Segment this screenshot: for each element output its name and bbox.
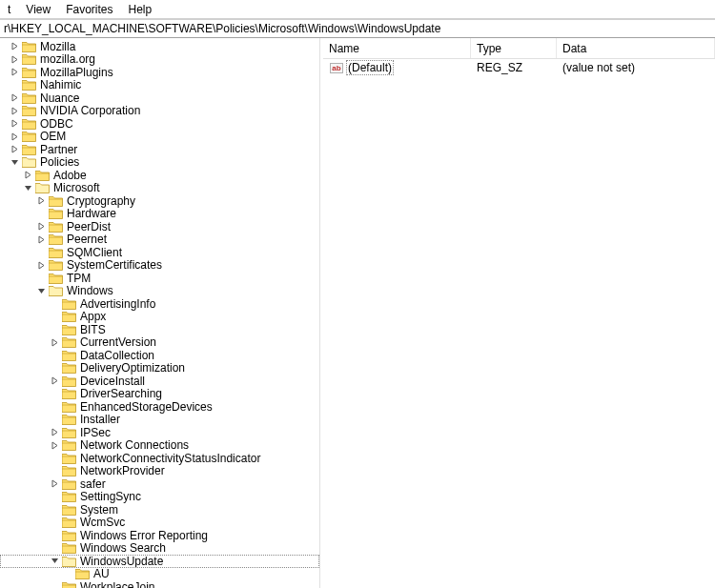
menu-truncated[interactable]: t <box>4 2 14 16</box>
tree-item[interactable]: WcmSvc <box>0 517 319 530</box>
tree-item[interactable]: AdvertisingInfo <box>0 297 319 311</box>
tree-item[interactable]: TPM <box>0 272 319 285</box>
tree-item[interactable]: Hardware <box>0 208 319 221</box>
expand-icon[interactable] <box>8 119 21 128</box>
tree-item[interactable]: Installer <box>0 414 319 427</box>
menu-view[interactable]: View <box>22 2 54 16</box>
tree-item[interactable]: NetworkProvider <box>0 465 319 478</box>
tree-item[interactable]: SystemCertificates <box>0 259 319 273</box>
collapse-icon[interactable] <box>34 287 48 295</box>
tree-item[interactable]: CurrentVersion <box>0 336 319 350</box>
expand-icon[interactable] <box>8 42 21 51</box>
tree-item-label: DataCollection <box>78 349 156 362</box>
expand-icon[interactable] <box>34 196 48 205</box>
expand-icon[interactable] <box>8 93 21 102</box>
tree-item-label: BITS <box>78 323 108 336</box>
tree-item[interactable]: mozilla.org <box>0 53 319 67</box>
tree-item[interactable]: WindowsUpdate <box>0 555 319 568</box>
tree-item[interactable]: OEM <box>0 131 319 144</box>
collapse-icon[interactable] <box>48 557 61 565</box>
tree-item[interactable]: IPSec <box>0 426 319 439</box>
tree-item[interactable]: Microsoft <box>0 182 319 195</box>
tree-item[interactable]: Mozilla <box>0 40 319 53</box>
expand-icon[interactable] <box>48 338 61 347</box>
tree-item[interactable]: PeerDist <box>0 220 319 233</box>
tree-item[interactable]: Network Connections <box>0 439 319 453</box>
tree-item[interactable]: DataCollection <box>0 349 319 362</box>
folder-icon <box>61 529 76 542</box>
folder-icon <box>74 567 90 580</box>
tree-item[interactable]: Adobe <box>0 169 319 182</box>
tree-item[interactable]: Partner <box>0 143 319 156</box>
folder-icon <box>61 555 76 568</box>
tree-item-label: NetworkConnectivityStatusIndicator <box>78 452 262 465</box>
folder-icon <box>61 490 76 503</box>
tree-item[interactable]: DeviceInstall <box>0 375 319 388</box>
tree-item[interactable]: safer <box>0 477 319 491</box>
folder-icon <box>21 143 36 156</box>
tree-item-label: NVIDIA Corporation <box>38 104 142 117</box>
tree-item[interactable]: Windows <box>0 285 319 298</box>
tree-item[interactable]: Nuance <box>0 91 319 105</box>
menu-help[interactable]: Help <box>125 2 156 16</box>
tree-item[interactable]: System <box>0 503 319 517</box>
tree-item-label: WcmSvc <box>78 516 127 529</box>
folder-icon <box>21 155 36 169</box>
tree-item[interactable]: Windows Error Reporting <box>0 529 319 542</box>
tree-item[interactable]: BITS <box>0 323 319 336</box>
tree-item[interactable]: SQMClient <box>0 246 319 259</box>
folder-icon <box>61 503 76 517</box>
tree-item[interactable]: DeliveryOptimization <box>0 362 319 375</box>
expand-icon[interactable] <box>8 107 21 115</box>
expand-icon[interactable] <box>34 235 48 244</box>
registry-tree[interactable]: Mozillamozilla.orgMozillaPluginsNahimicN… <box>0 38 319 588</box>
tree-item[interactable]: DriverSearching <box>0 388 319 401</box>
address-bar <box>0 19 715 38</box>
tree-item[interactable]: WorkplaceJoin <box>0 580 319 588</box>
expand-icon[interactable] <box>21 171 34 179</box>
folder-icon <box>34 169 50 182</box>
expand-icon[interactable] <box>8 55 21 64</box>
value-row[interactable]: ab(Default)REG_SZ(value not set) <box>323 59 715 76</box>
tree-item[interactable]: EnhancedStorageDevices <box>0 400 319 414</box>
expand-icon[interactable] <box>48 428 61 436</box>
folder-icon <box>61 310 76 323</box>
tree-item-label: PeerDist <box>65 220 112 233</box>
col-name[interactable]: Name <box>323 38 471 58</box>
value-type: REG_SZ <box>471 59 557 76</box>
tree-item[interactable]: Cryptography <box>0 194 319 208</box>
values-list[interactable]: Name Type Data ab(Default)REG_SZ(value n… <box>323 38 715 588</box>
tree-item[interactable]: NetworkConnectivityStatusIndicator <box>0 452 319 465</box>
tree-item[interactable]: ODBC <box>0 117 319 131</box>
collapse-icon[interactable] <box>8 158 21 167</box>
menubar: t View Favorites Help <box>0 0 715 19</box>
tree-item[interactable]: Nahimic <box>0 79 319 92</box>
expand-icon[interactable] <box>48 376 61 385</box>
tree-item[interactable]: AU <box>0 568 319 581</box>
tree-item-label: OEM <box>38 130 68 143</box>
col-type[interactable]: Type <box>471 38 557 58</box>
collapse-icon[interactable] <box>21 184 34 193</box>
tree-item[interactable]: Appx <box>0 311 319 324</box>
address-input[interactable] <box>2 21 713 36</box>
value-name: (Default) <box>346 60 394 75</box>
menu-favorites[interactable]: Favorites <box>62 2 116 16</box>
expand-icon[interactable] <box>8 68 21 76</box>
expand-icon[interactable] <box>48 441 61 450</box>
tree-item[interactable]: NVIDIA Corporation <box>0 105 319 118</box>
expand-icon[interactable] <box>34 261 48 270</box>
tree-item[interactable]: SettingSync <box>0 491 319 504</box>
expand-icon[interactable] <box>48 479 61 488</box>
expand-icon[interactable] <box>8 132 21 141</box>
expand-icon[interactable] <box>34 222 48 231</box>
tree-item[interactable]: Policies <box>0 156 319 170</box>
tree-item[interactable]: Windows Search <box>0 542 319 556</box>
folder-icon <box>61 516 76 529</box>
expand-icon[interactable] <box>8 145 21 153</box>
folder-icon <box>48 246 63 259</box>
value-data: (value not set) <box>557 59 715 76</box>
folder-icon <box>61 323 76 336</box>
col-data[interactable]: Data <box>557 38 715 58</box>
tree-item[interactable]: Peernet <box>0 233 319 247</box>
tree-item[interactable]: MozillaPlugins <box>0 66 319 79</box>
